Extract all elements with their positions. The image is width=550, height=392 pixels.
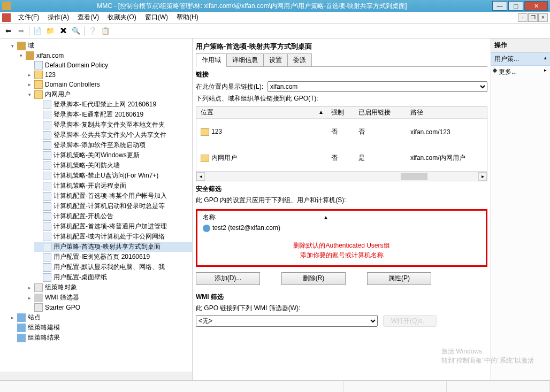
tree-root-domain[interactable]: ▾域 xyxy=(9,41,192,51)
tree-dc[interactable]: ▸Domain Controllers xyxy=(26,80,192,89)
tree-policy-item[interactable]: 计算机配置-开机公告 xyxy=(34,211,192,221)
links-horizontal-scroll[interactable]: ◂▸ xyxy=(196,171,487,181)
status-bar xyxy=(0,380,550,392)
tree-xifan[interactable]: ▾xifan.com xyxy=(17,51,192,60)
title-bar: MMC - [控制台根节点\组策略管理\林: xifan.com\域\xifan… xyxy=(0,0,550,12)
help-icon[interactable]: ❔ xyxy=(87,25,98,37)
tree-starter-gpo[interactable]: Starter GPO xyxy=(26,303,192,312)
menu-window[interactable]: 窗口(W) xyxy=(141,12,172,23)
table-row[interactable]: 123否否xifan.com/123 xyxy=(196,119,487,145)
properties-button[interactable]: 属性(P) xyxy=(367,272,431,285)
toolbar: ⬅ ➡ 📄 📁 🗙 🔍 ❔ 📋 xyxy=(0,24,550,39)
menu-file[interactable]: 文件(F) xyxy=(14,12,43,23)
tree-panel[interactable]: ▾域 ▾xifan.com Default Domain Policy ▸123… xyxy=(0,39,193,380)
security-filter-sub: 此 GPO 内的设置只应用于下列组、用户和计算机(S): xyxy=(196,196,487,205)
tree-policy-item[interactable]: 计算机策略-关闭Windows更新 xyxy=(34,150,192,160)
security-filter-heading: 安全筛选 xyxy=(196,185,487,194)
links-table-panel: 位置 ▴ 强制 已启用链接 路径 123否否xifan.com/123内网用户否… xyxy=(196,106,487,181)
wmi-heading: WMI 筛选 xyxy=(196,293,487,302)
links-table[interactable]: 位置 ▴ 强制 已启用链接 路径 123否否xifan.com/123内网用户否… xyxy=(196,107,487,171)
security-entry: test2 (test2@xifan.com) xyxy=(212,224,280,232)
menu-view[interactable]: 查看(V) xyxy=(73,12,103,23)
tree-123[interactable]: ▸123 xyxy=(26,70,192,80)
tree-policy-item[interactable]: 用户配置-IE浏览器首页 20160619 xyxy=(34,252,192,262)
tree-horizontal-scrollbar[interactable] xyxy=(0,372,192,380)
details-panel: 用户策略-首选项-映射共享方式到桌面 作用域 详细信息 设置 委派 链接 在此位… xyxy=(193,39,491,380)
app-title-icon xyxy=(2,2,11,10)
forward-button[interactable]: ➡ xyxy=(15,25,27,37)
menu-operate[interactable]: 操作(A) xyxy=(43,12,73,23)
tree-policy-item[interactable]: 计算机配置-域内计算机处于非公网网络 xyxy=(34,232,192,242)
annotation-text: 删除默认的Authenticated Users组 添加你要的账号或计算机名称 xyxy=(198,241,485,260)
properties-icon[interactable]: 📋 xyxy=(100,25,111,37)
tree-policy-item[interactable]: 计算机策略-关闭防火墙 xyxy=(34,160,192,171)
user-icon xyxy=(203,225,210,232)
tree-policy-item[interactable]: 用户配置-桌面壁纸 xyxy=(34,272,192,282)
tree-policy-item[interactable]: 用户策略-首选项-映射共享方式到桌面 xyxy=(34,242,192,252)
mdi-close[interactable]: × xyxy=(538,13,548,22)
tab-settings[interactable]: 设置 xyxy=(263,53,288,66)
minimize-button[interactable]: — xyxy=(492,1,507,11)
tabs: 作用域 详细信息 设置 委派 xyxy=(196,53,487,67)
wmi-filter-select[interactable]: <无> xyxy=(196,315,378,327)
back-button[interactable]: ⬅ xyxy=(2,25,14,37)
page-title: 用户策略-首选项-映射共享方式到桌面 xyxy=(196,42,487,51)
menu-help[interactable]: 帮助(H) xyxy=(172,12,203,23)
tree-gp-result[interactable]: 组策略结果 xyxy=(9,333,192,343)
security-table[interactable]: 名称 ▴ test2 (test2@xifan.com) xyxy=(198,212,485,233)
tree-policy-item[interactable]: 登录脚本-IE代理禁止上网 20160619 xyxy=(34,99,192,110)
menu-favorites[interactable]: 收藏夹(O) xyxy=(103,12,140,23)
tab-detail[interactable]: 详细信息 xyxy=(226,53,264,66)
tree-policy-item[interactable]: 登录脚本-复制共享文件夹至本地文件夹 xyxy=(34,120,192,130)
add-button[interactable]: 添加(D)... xyxy=(196,272,260,285)
tree-gp-model[interactable]: 组策略建模 xyxy=(9,322,192,333)
actions-heading: 操作 xyxy=(491,39,550,52)
menu-bar: 文件(F) 操作(A) 查看(V) 收藏夹(O) 窗口(W) 帮助(H) - ❐… xyxy=(0,12,550,24)
actions-panel: 操作 用户策...▴ 更多...▸ xyxy=(491,39,550,380)
remove-button[interactable]: 删除(R) xyxy=(281,272,346,285)
tab-scope[interactable]: 作用域 xyxy=(196,53,227,66)
mdi-buttons: - ❐ × xyxy=(517,13,548,22)
actions-group-user-policy[interactable]: 用户策...▴ xyxy=(491,52,550,66)
up-button[interactable]: 📄 xyxy=(32,25,43,37)
tree-policy-item[interactable]: 登录脚本-公共共享文件夹/个人共享文件 xyxy=(34,130,192,140)
tree-wmi-filters[interactable]: ▸WMI 筛选器 xyxy=(26,293,192,303)
tree-policy-item[interactable]: 计算机策略-开启远程桌面 xyxy=(34,181,192,191)
wmi-open-button[interactable]: W打开(Q)s。 xyxy=(383,315,437,327)
close-button[interactable]: ✕ xyxy=(524,1,548,11)
tab-delegate[interactable]: 委派 xyxy=(287,53,312,66)
tree-policy-item[interactable]: 计算机配置-首选项-将某个用户帐号加入 xyxy=(34,191,192,201)
maximize-button[interactable]: ▢ xyxy=(508,1,523,11)
tree-ddp[interactable]: Default Domain Policy xyxy=(26,60,192,70)
tree-policy-item[interactable]: 计算机策略-禁止U盘访问(For Win7+) xyxy=(34,171,192,181)
window-title: MMC - [控制台根节点\组策略管理\林: xifan.com\域\xifan… xyxy=(13,2,491,11)
wmi-sub: 此 GPO 链接到下列 WMI 筛选器(W): xyxy=(196,304,487,313)
tree-sites[interactable]: ▸站点 xyxy=(9,312,192,322)
window-buttons: — ▢ ✕ xyxy=(491,1,548,11)
tree-intranet[interactable]: ▾内网用户 xyxy=(26,89,192,99)
refresh2-icon[interactable]: 🔍 xyxy=(70,25,82,37)
tree-policy-item[interactable]: 计算机配置-首选项-将普通用户加进管理 xyxy=(34,221,192,232)
links-heading: 链接 xyxy=(196,70,487,79)
actions-more[interactable]: 更多...▸ xyxy=(491,66,550,78)
tree-policy-item[interactable]: 登录脚本-添加软件至系统启动项 xyxy=(34,140,192,150)
mdi-minimize[interactable]: - xyxy=(518,13,528,22)
tree-policy-item[interactable]: 用户配置-默认显示我的电脑、网络、我 xyxy=(34,262,192,272)
tree-gpo-objects[interactable]: ▸组策略对象 xyxy=(26,282,192,293)
windows-activation-watermark: 激活 Windows 转到"控制面板"中的"系统"以激活 xyxy=(441,347,491,365)
folder-button[interactable]: 📁 xyxy=(44,25,56,37)
links-location-select[interactable]: xifan.com xyxy=(268,81,487,92)
sites-linked-label: 下列站点、域和组织单位链接到此 GPO(T): xyxy=(196,94,487,103)
table-row[interactable]: 内网用户否是xifan.com/内网用户 xyxy=(196,145,487,171)
app-icon xyxy=(2,13,11,22)
tree-policy-item[interactable]: 计算机配置-计算机启动和登录时总是等 xyxy=(34,201,192,211)
refresh-icon[interactable]: 🗙 xyxy=(57,25,69,37)
show-links-label: 在此位置内显示链接(L): xyxy=(196,82,263,91)
tree-policy-item[interactable]: 登录脚本-IE通常配置 20160619 xyxy=(34,110,192,120)
mdi-restore[interactable]: ❐ xyxy=(528,13,538,22)
security-filter-panel: 名称 ▴ test2 (test2@xifan.com) 删除默认的Authen… xyxy=(196,209,487,267)
